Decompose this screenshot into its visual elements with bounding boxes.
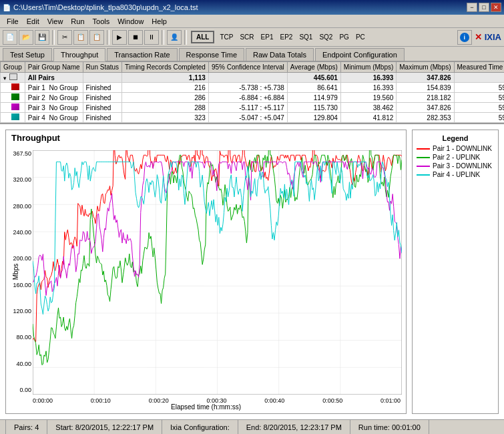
pair4-icon [11,114,19,120]
cell-all-records: 1,113 [122,73,209,83]
menu-run[interactable]: Run [67,16,88,27]
menu-window[interactable]: Window [113,16,148,27]
scr-label[interactable]: SCR [237,32,256,42]
status-run-time: Run time: 00:01:00 [350,420,429,434]
stop-button[interactable]: ⏹ [128,30,143,45]
col-header-minimum: Minimum (Mbps) [340,62,396,73]
cell-p4-measured: 59.721 [454,113,504,123]
legend-item-pair2: Pair 2 - UPLINK [417,154,494,161]
save-button[interactable]: 💾 [35,30,49,45]
cell-p4-records: 323 [122,113,209,123]
status-pairs: Pairs: 4 [5,420,47,434]
menu-tools[interactable]: Tools [89,16,114,27]
legend-box: Legend Pair 1 - DOWNLINK Pair 2 - UPLINK… [412,130,499,414]
cell-p2-group [1,93,25,103]
ep2-label[interactable]: EP2 [277,32,295,42]
tab-test-setup[interactable]: Test Setup [3,48,52,61]
pc-label[interactable]: PC [353,32,368,42]
title-bar: 📄 C:\Users\Tim\Desktop\tplink_tlpa8030p\… [0,0,504,15]
cell-p3-measured: 59.725 [454,103,504,113]
legend-title: Legend [417,134,494,142]
status-bar: Pairs: 4 Start: 8/20/2015, 12:22:17 PM I… [0,419,504,434]
col-header-group: Group [1,62,25,73]
tab-response-time[interactable]: Response Time [179,48,244,61]
close-button[interactable]: ✕ [491,3,501,12]
legend-line-pair1 [417,148,430,150]
cell-p4-minimum: 41.812 [340,113,396,123]
menu-file[interactable]: File [3,16,23,27]
new-button[interactable]: 📄 [3,30,17,45]
cell-p1-records: 216 [122,83,209,93]
tab-raw-data-totals[interactable]: Raw Data Totals [246,48,314,61]
chart-container: Throughput Mbps 367.50 320.00 280.00 240… [5,130,407,414]
pause-button[interactable]: ⏸ [144,30,159,45]
cell-p3-maximum: 347.826 [397,103,454,113]
cell-p3-group [1,103,25,113]
copy-button[interactable]: 📋 [73,30,88,45]
col-header-average: Average (Mbps) [287,62,340,73]
cell-p4-confidence: -5.047 : +5.047 [208,113,287,123]
tab-endpoint-config[interactable]: Endpoint Configuration [315,48,405,61]
table-row-pair2[interactable]: Pair 2 No Group Finished 286 -6.884 : +6… [1,93,505,103]
cell-p3-status: Finished [83,103,121,113]
maximize-button[interactable]: □ [479,3,489,12]
ixia-x-icon: ✕ [475,32,482,42]
menu-help[interactable]: Help [148,16,171,27]
pg-label[interactable]: PG [336,32,351,42]
info-button[interactable]: i [457,30,472,45]
cell-all-measured [454,73,504,83]
cell-p2-maximum: 218.182 [397,93,454,103]
expand-icon: ▾ [3,75,6,81]
col-header-maximum: Maximum (Mbps) [397,62,454,73]
legend-label-pair3: Pair 3 - DOWNLINK [433,162,492,170]
legend-line-pair4 [417,174,430,176]
menu-edit[interactable]: Edit [23,16,43,27]
cell-all-minimum: 16.393 [340,73,396,83]
ixia-logo: i ✕ IXIA [457,30,501,45]
cell-p3-name: Pair 3 No Group [25,103,83,113]
tab-throughput[interactable]: Throughput [53,48,105,61]
legend-item-pair4: Pair 4 - UPLINK [417,171,494,178]
chart-area: Throughput Mbps 367.50 320.00 280.00 240… [0,124,504,419]
menu-view[interactable]: View [43,16,67,27]
cell-p4-maximum: 282.353 [397,113,454,123]
table-row-pair3[interactable]: Pair 3 No Group Finished 288 -5.117 : +5… [1,103,505,113]
cell-p3-confidence: -5.117 : +5.117 [208,103,287,113]
cell-p2-measured: 59.698 [454,93,504,103]
legend-line-pair2 [417,157,430,158]
legend-line-pair3 [417,166,430,167]
minimize-button[interactable]: − [467,3,477,12]
cell-all-status [83,73,121,83]
throughput-canvas [33,150,402,395]
sq2-label[interactable]: SQ2 [316,32,335,42]
window-title: C:\Users\Tim\Desktop\tplink_tlpa8030p\up… [13,3,198,11]
status-ixia-config: Ixia Configuration: [162,420,238,434]
cell-p3-average: 115.730 [287,103,340,113]
table-row-pair4[interactable]: Pair 4 No Group Finished 323 -5.047 : +5… [1,113,505,123]
legend-label-pair1: Pair 1 - DOWNLINK [433,145,492,152]
table-row-pair1[interactable]: Pair 1 No Group Finished 216 -5.738 : +5… [1,83,505,93]
run-button[interactable]: ▶ [112,30,127,45]
tab-transaction-rate[interactable]: Transaction Rate [107,48,177,61]
toolbar: 📄 📂 💾 ✂ 📋 📋 ▶ ⏹ ⏸ 👤 ALL TCP SCR EP1 EP2 … [0,28,504,47]
cell-p3-records: 288 [122,103,209,113]
open-button[interactable]: 📂 [19,30,33,45]
cell-all-name: All Pairs [25,73,83,83]
title-bar-buttons: − □ ✕ [467,3,501,12]
paste-button[interactable]: 📋 [89,30,104,45]
main-content: Group Pair Group Name Run Status Timing … [0,61,504,419]
ep1-label[interactable]: EP1 [258,32,276,42]
cell-p2-confidence: -6.884 : +6.884 [208,93,287,103]
cell-all-maximum: 347.826 [397,73,454,83]
pair1-icon [11,83,19,90]
sq1-label[interactable]: SQ1 [296,32,315,42]
tcp-label[interactable]: TCP [217,32,236,42]
all-button[interactable]: ALL [191,31,214,43]
separator-3 [162,30,164,45]
user-button[interactable]: 👤 [167,30,182,45]
status-end: End: 8/20/2015, 12:23:17 PM [238,420,350,434]
col-header-timing-records: Timing Records Completed [122,62,209,73]
table-row-all-pairs[interactable]: ▾ All Pairs 1,113 445.601 16.393 347.826 [1,73,505,83]
cut-button[interactable]: ✂ [57,30,72,45]
chart-title: Throughput [11,133,60,143]
